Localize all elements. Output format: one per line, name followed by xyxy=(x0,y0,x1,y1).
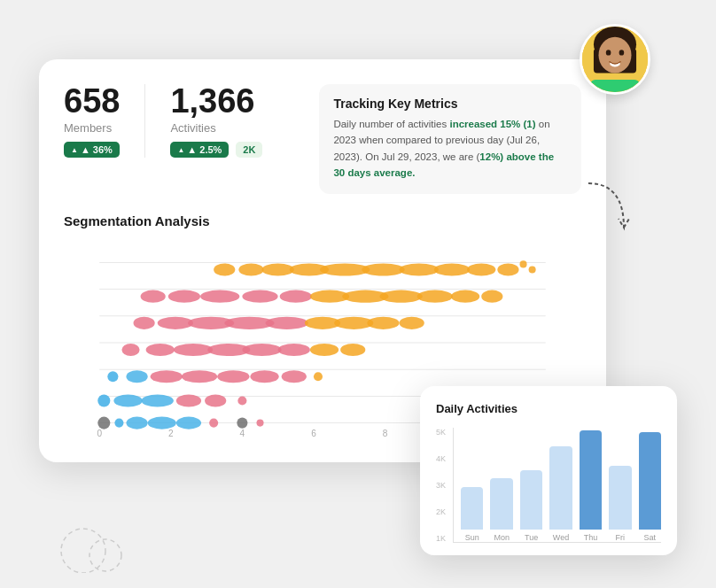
svg-text:4: 4 xyxy=(240,428,245,437)
bar-label-mon: Mon xyxy=(494,533,510,542)
svg-point-60 xyxy=(97,394,110,406)
metrics-left: 658 Members ▲ 36% 1,366 Activities ▲ 2.5… xyxy=(64,84,312,158)
tracking-box: Tracking Key Metrics Daily number of act… xyxy=(319,84,581,194)
tracking-text: Daily number of activities increased 15%… xyxy=(333,116,567,182)
segmentation-title: Segmentation Analysis xyxy=(64,213,581,228)
bar-tue xyxy=(520,470,542,530)
members-metric: 658 Members ▲ 36% xyxy=(64,84,145,158)
bar-label-fri: Fri xyxy=(616,533,626,542)
metrics-row: 658 Members ▲ 36% 1,366 Activities ▲ 2.5… xyxy=(64,84,581,194)
y-axis: 5K 4K 3K 2K 1K xyxy=(436,428,449,543)
bar-chart-inner: SunMonTueWedThuFriSat xyxy=(453,428,661,543)
bar-sat xyxy=(639,432,661,530)
svg-point-48 xyxy=(242,344,281,356)
svg-point-45 xyxy=(146,344,175,356)
svg-text:2: 2 xyxy=(168,428,174,437)
svg-point-67 xyxy=(114,418,123,427)
svg-point-71 xyxy=(209,418,218,427)
svg-point-51 xyxy=(340,344,365,356)
svg-point-21 xyxy=(497,263,518,275)
bar-sun xyxy=(461,487,483,530)
svg-point-33 xyxy=(451,290,479,302)
bar-mon xyxy=(490,478,512,530)
svg-point-43 xyxy=(400,316,424,329)
scene: 658 Members ▲ 36% 1,366 Activities ▲ 2.5… xyxy=(39,33,677,555)
bar-wed xyxy=(549,446,572,530)
activities-badges: ▲ 2.5% 2K xyxy=(170,142,262,158)
avatar-svg xyxy=(582,27,648,92)
svg-point-49 xyxy=(278,344,310,356)
svg-point-22 xyxy=(520,260,527,267)
bar-col-mon: Mon xyxy=(490,478,512,542)
bar-col-sat: Sat xyxy=(639,432,661,542)
bar-label-sun: Sun xyxy=(465,533,479,542)
svg-point-70 xyxy=(176,416,201,429)
svg-point-13 xyxy=(238,263,263,275)
svg-point-42 xyxy=(367,316,399,329)
bar-col-fri: Fri xyxy=(609,466,631,542)
bar-label-wed: Wed xyxy=(553,533,569,542)
svg-point-81 xyxy=(61,529,105,573)
svg-point-57 xyxy=(250,370,278,383)
svg-point-61 xyxy=(113,394,142,406)
svg-point-82 xyxy=(90,539,121,571)
svg-point-34 xyxy=(481,290,502,302)
svg-point-24 xyxy=(141,290,166,302)
svg-point-77 xyxy=(599,37,632,74)
svg-point-59 xyxy=(314,372,323,381)
svg-point-52 xyxy=(107,371,118,382)
activities-label: Activities xyxy=(170,121,262,135)
svg-point-20 xyxy=(467,263,495,275)
svg-text:8: 8 xyxy=(383,428,388,437)
doodle-decoration xyxy=(57,520,145,573)
svg-point-46 xyxy=(174,344,213,356)
svg-point-69 xyxy=(148,416,176,429)
bar-label-sat: Sat xyxy=(644,533,657,542)
svg-text:0: 0 xyxy=(97,428,102,437)
svg-point-72 xyxy=(237,417,247,428)
y-label-2k: 2K xyxy=(436,507,446,516)
avatar xyxy=(580,24,650,95)
svg-point-19 xyxy=(434,263,470,275)
svg-point-54 xyxy=(151,370,183,383)
y-label-5k: 5K xyxy=(436,428,446,437)
y-label-4k: 4K xyxy=(436,454,446,463)
members-label: Members xyxy=(64,121,120,135)
svg-point-26 xyxy=(200,290,239,302)
svg-point-35 xyxy=(134,316,155,329)
bar-thu xyxy=(580,430,602,530)
svg-point-68 xyxy=(126,416,147,429)
svg-point-39 xyxy=(266,316,308,329)
tracking-highlight2: 12%) above the 30 days average. xyxy=(333,151,554,178)
bar-label-thu: Thu xyxy=(584,533,598,542)
svg-point-44 xyxy=(121,344,139,356)
bar-label-tue: Tue xyxy=(525,533,538,542)
svg-point-14 xyxy=(262,263,294,275)
svg-point-28 xyxy=(280,290,312,302)
arrow-decoration xyxy=(580,174,633,245)
svg-point-18 xyxy=(400,263,439,275)
tracking-highlight1: increased 15% (1) xyxy=(449,119,535,129)
svg-point-23 xyxy=(529,266,536,273)
activities-metric: 1,366 Activities ▲ 2.5% 2K xyxy=(170,84,287,158)
svg-point-66 xyxy=(97,416,110,429)
bar-col-wed: Wed xyxy=(549,446,572,542)
svg-point-32 xyxy=(417,290,453,302)
svg-text:6: 6 xyxy=(311,428,316,437)
daily-activities-title: Daily Activities xyxy=(436,402,661,415)
activities-badge1: ▲ 2.5% xyxy=(170,142,229,158)
svg-point-31 xyxy=(379,290,422,302)
svg-point-17 xyxy=(362,263,404,275)
bar-chart-container: 5K 4K 3K 2K 1K SunMonTueWedThuFriSat xyxy=(436,428,661,543)
svg-point-62 xyxy=(142,394,174,406)
svg-point-27 xyxy=(242,290,277,302)
tracking-title: Tracking Key Metrics xyxy=(333,97,567,111)
svg-rect-80 xyxy=(590,80,640,92)
svg-point-50 xyxy=(310,344,339,356)
y-label-3k: 3K xyxy=(436,481,446,490)
avatar-face xyxy=(582,27,648,92)
y-label-1k: 1K xyxy=(436,534,446,543)
svg-point-25 xyxy=(168,290,200,302)
svg-point-56 xyxy=(217,370,249,383)
svg-point-65 xyxy=(237,396,246,405)
